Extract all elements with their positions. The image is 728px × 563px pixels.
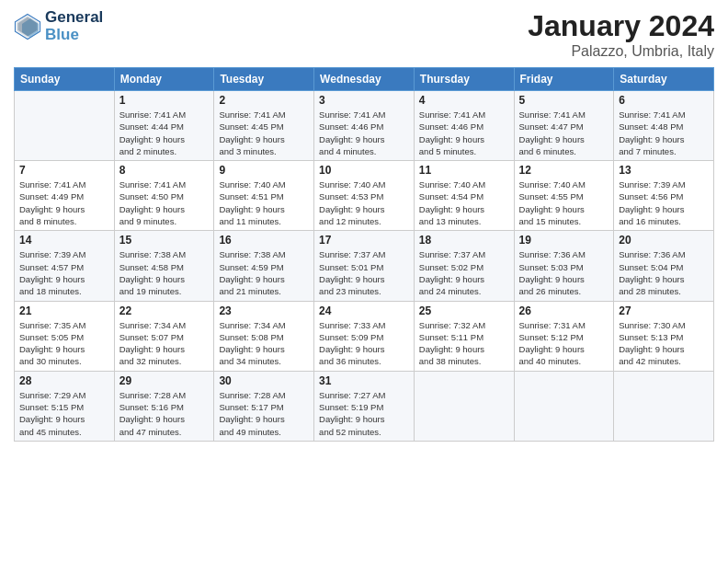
calendar-cell: 21Sunrise: 7:35 AMSunset: 5:05 PMDayligh… bbox=[15, 301, 115, 371]
calendar-cell: 18Sunrise: 7:37 AMSunset: 5:02 PMDayligh… bbox=[414, 231, 514, 301]
day-info: Sunrise: 7:40 AMSunset: 4:54 PMDaylight:… bbox=[419, 178, 509, 227]
calendar-cell: 29Sunrise: 7:28 AMSunset: 5:16 PMDayligh… bbox=[114, 371, 214, 441]
page: General Blue January 2024 Palazzo, Umbri… bbox=[0, 0, 728, 563]
day-number: 17 bbox=[319, 234, 409, 247]
day-info: Sunrise: 7:39 AMSunset: 4:56 PMDaylight:… bbox=[619, 178, 709, 227]
calendar-cell: 11Sunrise: 7:40 AMSunset: 4:54 PMDayligh… bbox=[414, 161, 514, 231]
header: General Blue January 2024 Palazzo, Umbri… bbox=[14, 9, 714, 60]
logo-text: General Blue bbox=[45, 9, 103, 43]
day-info: Sunrise: 7:41 AMSunset: 4:48 PMDaylight:… bbox=[619, 109, 709, 157]
day-number: 4 bbox=[419, 94, 509, 107]
day-number: 20 bbox=[619, 234, 709, 247]
day-info: Sunrise: 7:41 AMSunset: 4:49 PMDaylight:… bbox=[19, 178, 109, 227]
day-number: 27 bbox=[619, 304, 709, 317]
day-info: Sunrise: 7:41 AMSunset: 4:46 PMDaylight:… bbox=[419, 109, 509, 157]
day-number: 10 bbox=[319, 164, 409, 177]
day-number: 23 bbox=[219, 304, 309, 317]
day-info: Sunrise: 7:33 AMSunset: 5:09 PMDaylight:… bbox=[319, 319, 409, 368]
day-info: Sunrise: 7:34 AMSunset: 5:07 PMDaylight:… bbox=[119, 319, 210, 368]
calendar-table: SundayMondayTuesdayWednesdayThursdayFrid… bbox=[14, 67, 714, 442]
calendar-cell: 26Sunrise: 7:31 AMSunset: 5:12 PMDayligh… bbox=[514, 301, 614, 371]
col-header-tuesday: Tuesday bbox=[214, 68, 314, 91]
day-info: Sunrise: 7:28 AMSunset: 5:16 PMDaylight:… bbox=[119, 389, 210, 438]
calendar-cell: 24Sunrise: 7:33 AMSunset: 5:09 PMDayligh… bbox=[314, 301, 415, 371]
col-header-friday: Friday bbox=[514, 68, 614, 91]
calendar-cell: 7Sunrise: 7:41 AMSunset: 4:49 PMDaylight… bbox=[15, 161, 115, 231]
day-info: Sunrise: 7:41 AMSunset: 4:45 PMDaylight:… bbox=[219, 109, 309, 157]
calendar-cell bbox=[614, 371, 714, 441]
calendar-cell: 2Sunrise: 7:41 AMSunset: 4:45 PMDaylight… bbox=[214, 91, 314, 161]
main-title: January 2024 bbox=[528, 9, 714, 43]
calendar-cell bbox=[514, 371, 614, 441]
day-info: Sunrise: 7:32 AMSunset: 5:11 PMDaylight:… bbox=[419, 319, 509, 368]
day-info: Sunrise: 7:35 AMSunset: 5:05 PMDaylight:… bbox=[19, 319, 109, 368]
day-number: 18 bbox=[419, 234, 509, 247]
day-number: 14 bbox=[19, 234, 109, 247]
day-number: 9 bbox=[219, 164, 309, 177]
day-info: Sunrise: 7:38 AMSunset: 4:58 PMDaylight:… bbox=[119, 248, 210, 297]
day-number: 22 bbox=[119, 304, 210, 317]
col-header-sunday: Sunday bbox=[15, 68, 115, 91]
calendar-cell: 27Sunrise: 7:30 AMSunset: 5:13 PMDayligh… bbox=[614, 301, 714, 371]
day-info: Sunrise: 7:40 AMSunset: 4:55 PMDaylight:… bbox=[519, 178, 609, 227]
week-row-3: 14Sunrise: 7:39 AMSunset: 4:57 PMDayligh… bbox=[15, 231, 714, 301]
logo-icon bbox=[14, 13, 41, 40]
day-number: 30 bbox=[219, 374, 309, 387]
day-number: 8 bbox=[119, 164, 210, 177]
day-number: 19 bbox=[519, 234, 609, 247]
calendar-cell: 15Sunrise: 7:38 AMSunset: 4:58 PMDayligh… bbox=[114, 231, 214, 301]
calendar-cell bbox=[15, 91, 115, 161]
day-number: 29 bbox=[119, 374, 210, 387]
calendar-cell: 31Sunrise: 7:27 AMSunset: 5:19 PMDayligh… bbox=[314, 371, 415, 441]
day-info: Sunrise: 7:40 AMSunset: 4:53 PMDaylight:… bbox=[319, 178, 409, 227]
day-number: 13 bbox=[619, 164, 709, 177]
day-number: 6 bbox=[619, 94, 709, 107]
day-info: Sunrise: 7:30 AMSunset: 5:13 PMDaylight:… bbox=[619, 319, 709, 368]
day-number: 3 bbox=[319, 94, 409, 107]
calendar-cell: 19Sunrise: 7:36 AMSunset: 5:03 PMDayligh… bbox=[514, 231, 614, 301]
day-info: Sunrise: 7:41 AMSunset: 4:46 PMDaylight:… bbox=[319, 109, 409, 157]
week-row-2: 7Sunrise: 7:41 AMSunset: 4:49 PMDaylight… bbox=[15, 161, 714, 231]
day-number: 24 bbox=[319, 304, 409, 317]
day-info: Sunrise: 7:41 AMSunset: 4:47 PMDaylight:… bbox=[519, 109, 609, 157]
title-block: January 2024 Palazzo, Umbria, Italy bbox=[528, 9, 714, 60]
day-info: Sunrise: 7:36 AMSunset: 5:04 PMDaylight:… bbox=[619, 248, 709, 297]
day-info: Sunrise: 7:28 AMSunset: 5:17 PMDaylight:… bbox=[219, 389, 309, 438]
day-info: Sunrise: 7:38 AMSunset: 4:59 PMDaylight:… bbox=[219, 248, 309, 297]
calendar-cell: 22Sunrise: 7:34 AMSunset: 5:07 PMDayligh… bbox=[114, 301, 214, 371]
calendar-cell: 8Sunrise: 7:41 AMSunset: 4:50 PMDaylight… bbox=[114, 161, 214, 231]
day-number: 11 bbox=[419, 164, 509, 177]
subtitle: Palazzo, Umbria, Italy bbox=[528, 43, 714, 60]
calendar-cell: 30Sunrise: 7:28 AMSunset: 5:17 PMDayligh… bbox=[214, 371, 314, 441]
calendar-cell: 20Sunrise: 7:36 AMSunset: 5:04 PMDayligh… bbox=[614, 231, 714, 301]
day-number: 15 bbox=[119, 234, 210, 247]
day-number: 5 bbox=[519, 94, 609, 107]
col-header-monday: Monday bbox=[114, 68, 214, 91]
day-info: Sunrise: 7:40 AMSunset: 4:51 PMDaylight:… bbox=[219, 178, 309, 227]
calendar-cell: 4Sunrise: 7:41 AMSunset: 4:46 PMDaylight… bbox=[414, 91, 514, 161]
calendar-cell: 28Sunrise: 7:29 AMSunset: 5:15 PMDayligh… bbox=[15, 371, 115, 441]
day-info: Sunrise: 7:31 AMSunset: 5:12 PMDaylight:… bbox=[519, 319, 609, 368]
calendar-cell: 3Sunrise: 7:41 AMSunset: 4:46 PMDaylight… bbox=[314, 91, 415, 161]
week-row-1: 1Sunrise: 7:41 AMSunset: 4:44 PMDaylight… bbox=[15, 91, 714, 161]
calendar-cell: 17Sunrise: 7:37 AMSunset: 5:01 PMDayligh… bbox=[314, 231, 415, 301]
calendar-cell: 25Sunrise: 7:32 AMSunset: 5:11 PMDayligh… bbox=[414, 301, 514, 371]
day-info: Sunrise: 7:41 AMSunset: 4:44 PMDaylight:… bbox=[119, 109, 210, 157]
day-number: 2 bbox=[219, 94, 309, 107]
day-number: 31 bbox=[319, 374, 409, 387]
calendar-cell: 5Sunrise: 7:41 AMSunset: 4:47 PMDaylight… bbox=[514, 91, 614, 161]
day-number: 1 bbox=[119, 94, 210, 107]
logo: General Blue bbox=[14, 9, 103, 43]
day-number: 16 bbox=[219, 234, 309, 247]
col-header-saturday: Saturday bbox=[614, 68, 714, 91]
day-number: 28 bbox=[19, 374, 109, 387]
calendar-cell: 14Sunrise: 7:39 AMSunset: 4:57 PMDayligh… bbox=[15, 231, 115, 301]
calendar-cell: 10Sunrise: 7:40 AMSunset: 4:53 PMDayligh… bbox=[314, 161, 415, 231]
day-info: Sunrise: 7:34 AMSunset: 5:08 PMDaylight:… bbox=[219, 319, 309, 368]
calendar-cell: 1Sunrise: 7:41 AMSunset: 4:44 PMDaylight… bbox=[114, 91, 214, 161]
day-number: 12 bbox=[519, 164, 609, 177]
calendar-cell bbox=[414, 371, 514, 441]
day-number: 7 bbox=[19, 164, 109, 177]
day-number: 25 bbox=[419, 304, 509, 317]
day-info: Sunrise: 7:37 AMSunset: 5:01 PMDaylight:… bbox=[319, 248, 409, 297]
